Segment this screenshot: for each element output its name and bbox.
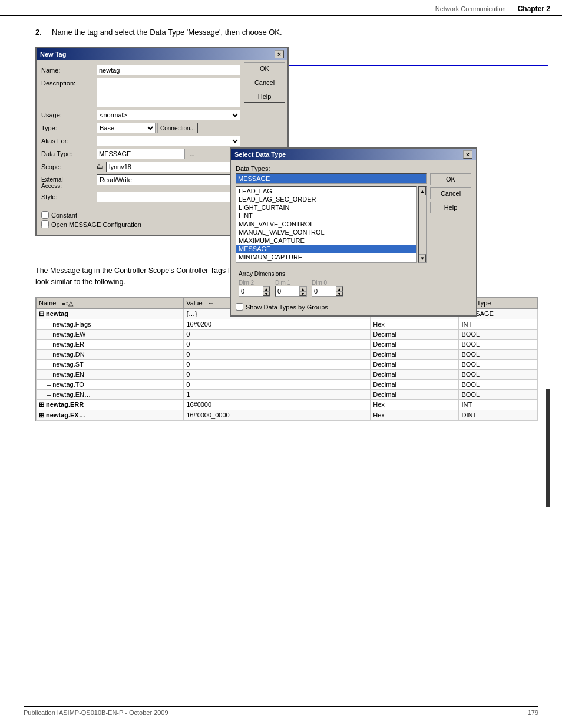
dim2-group: Dim 2 ▲ ▼	[239, 279, 270, 297]
cell-force	[282, 329, 371, 339]
connection-btn[interactable]: Connection...	[157, 123, 198, 133]
cell-style: Decimal	[371, 329, 459, 339]
page-footer: Publication IASIMP-QS010B-EN-P - October…	[24, 706, 538, 716]
sdt-list-item[interactable]: LEAD_LAG	[236, 187, 416, 195]
constant-checkbox[interactable]	[41, 211, 49, 219]
cell-style: Hex	[371, 319, 459, 329]
sdt-list-area: LEAD_LAGLEAD_LAG_SEC_ORDERLIGHT_CURTAINL…	[236, 186, 427, 263]
cell-datatype: BOOL	[459, 339, 538, 349]
step-instruction: 2. Name the tag and select the Data Type…	[35, 28, 538, 37]
sdt-scroll-down[interactable]: ▼	[419, 254, 426, 262]
cell-force	[282, 349, 371, 359]
show-groups-checkbox[interactable]	[236, 303, 243, 311]
cell-value: 0	[184, 369, 282, 379]
cell-style: Decimal	[371, 369, 459, 379]
alias-for-select[interactable]	[97, 136, 240, 146]
table-row: – newtag.ST0DecimalBOOL	[37, 359, 538, 369]
sdt-list-item[interactable]: LINT	[236, 212, 416, 220]
step-number: 2.	[35, 28, 47, 37]
data-type-browse-btn[interactable]: ...	[187, 149, 197, 159]
cell-value: 0	[184, 349, 282, 359]
cell-force	[282, 410, 371, 420]
sdt-close-btn[interactable]: ×	[463, 150, 472, 159]
description-label: Description:	[41, 78, 94, 87]
sdt-list-item[interactable]: MANUAL_VALVE_CONTROL	[236, 228, 416, 236]
cell-style: Decimal	[371, 389, 459, 399]
blue-line	[289, 65, 548, 66]
scope-row: 🗂 lynnv18	[97, 162, 240, 172]
cell-name: – newtag.TO	[37, 379, 184, 389]
dim1-up[interactable]: ▲	[299, 286, 306, 291]
dim1-input-row: ▲ ▼	[275, 286, 307, 297]
sdt-list[interactable]: LEAD_LAGLEAD_LAG_SEC_ORDERLIGHT_CURTAINL…	[236, 186, 417, 263]
dim1-input[interactable]	[276, 286, 299, 296]
table-row: – newtag.Flags16#0200HexINT	[37, 319, 538, 329]
sdt-list-item[interactable]: MAXIMUM_CAPTURE	[236, 236, 416, 245]
ok-btn[interactable]: OK	[244, 62, 285, 74]
sdt-list-item[interactable]: MAIN_VALVE_CONTROL	[236, 220, 416, 228]
external-access-select[interactable]: Read/Write	[97, 174, 240, 185]
help-btn[interactable]: Help	[244, 91, 285, 103]
cell-value: 16#0000	[184, 399, 282, 410]
data-type-input[interactable]	[97, 149, 185, 159]
data-type-row: ...	[97, 149, 240, 159]
dim0-up[interactable]: ▲	[336, 286, 343, 291]
sdt-ok-btn[interactable]: OK	[430, 173, 471, 185]
external-access-label: ExternalAccess:	[41, 174, 94, 189]
dim1-spinner: ▲ ▼	[299, 286, 306, 296]
cell-name: ⊟ newtag	[37, 308, 184, 319]
cell-value: 16#0200	[184, 319, 282, 329]
data-types-label: Data Types:	[236, 165, 471, 172]
dim2-input-row: ▲ ▼	[239, 286, 270, 297]
right-sidebar-accent	[546, 389, 550, 507]
usage-select[interactable]: <normal>	[97, 110, 240, 120]
style-select[interactable]	[97, 192, 240, 202]
dim1-group: Dim 1 ▲ ▼	[275, 279, 307, 297]
name-input[interactable]	[97, 65, 240, 75]
sdt-list-item[interactable]: MINIMUM_CAPTURE	[236, 253, 416, 261]
dim2-input[interactable]	[239, 286, 263, 296]
new-tag-close-btn[interactable]: ×	[275, 50, 284, 58]
sdt-list-item[interactable]: MESSAGE	[236, 245, 416, 253]
constant-label: Constant	[51, 212, 77, 219]
cell-force	[282, 359, 371, 369]
table-row: – newtag.ER0DecimalBOOL	[37, 339, 538, 349]
chapter-label: Network Communication	[435, 5, 506, 12]
type-row: Base Connection...	[97, 123, 240, 133]
dim1-label: Dim 1	[275, 279, 290, 286]
sdt-cancel-btn[interactable]: Cancel	[430, 187, 471, 199]
open-msg-checkbox[interactable]	[41, 220, 49, 228]
sdt-list-item[interactable]: LIGHT_CURTAIN	[236, 203, 416, 212]
cell-datatype: DINT	[459, 410, 538, 420]
table-row: – newtag.DN0DecimalBOOL	[37, 349, 538, 359]
description-textarea[interactable]	[97, 78, 240, 107]
dim0-input[interactable]	[312, 286, 336, 296]
type-select[interactable]: Base	[97, 123, 156, 133]
main-content: 2. Name the tag and select the Data Type…	[0, 16, 562, 433]
alias-for-label: Alias For:	[41, 136, 94, 144]
cell-value: 0	[184, 379, 282, 389]
dim1-down[interactable]: ▼	[299, 291, 306, 296]
dim0-down[interactable]: ▼	[336, 291, 343, 296]
sdt-search-input[interactable]	[236, 173, 427, 184]
select-datatype-dialog: Select Data Type × Data Types: LEAD_LAGL…	[230, 147, 477, 317]
dim2-down[interactable]: ▼	[263, 291, 270, 296]
sdt-scroll-up[interactable]: ▲	[419, 187, 426, 195]
cell-style: Decimal	[371, 339, 459, 349]
sdt-list-item[interactable]: LEAD_LAG_SEC_ORDER	[236, 195, 416, 203]
sdt-main-area: LEAD_LAGLEAD_LAG_SEC_ORDERLIGHT_CURTAINL…	[236, 173, 471, 263]
cell-name: – newtag.ER	[37, 339, 184, 349]
separator-line2: look similar to the following.	[35, 278, 125, 286]
cell-style: Decimal	[371, 359, 459, 369]
cell-style: Hex	[371, 399, 459, 410]
array-dim-title: Array Dimensions	[239, 271, 468, 277]
dim2-spinner: ▲ ▼	[263, 286, 270, 296]
scope-select[interactable]: lynnv18	[106, 162, 240, 172]
cell-datatype: BOOL	[459, 359, 538, 369]
dim2-up[interactable]: ▲	[263, 286, 270, 291]
sdt-help-btn[interactable]: Help	[430, 202, 471, 213]
cell-style: Decimal	[371, 349, 459, 359]
sdt-body: Data Types: LEAD_LAGLEAD_LAG_SEC_ORDERLI…	[231, 160, 476, 315]
table-row: ⊞ newtag.ERR16#0000HexINT	[37, 399, 538, 410]
cancel-btn[interactable]: Cancel	[244, 77, 285, 88]
